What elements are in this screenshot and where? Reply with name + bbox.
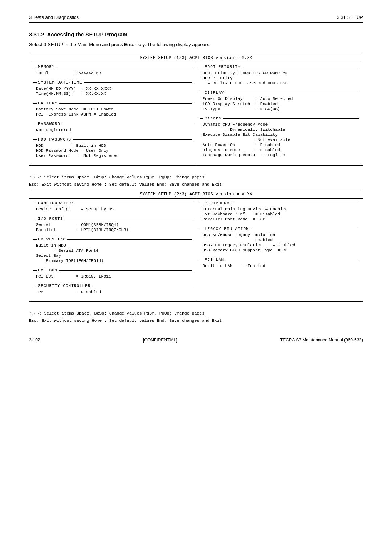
bios-line: HDD Priority (203, 76, 356, 80)
bios-line: = Not Available (203, 137, 356, 142)
bios-section-label: SECURITY CONTROLLER (38, 284, 90, 288)
bios-section: CONFIGURATIONDevice Config. = Setup by O… (33, 201, 192, 213)
bios-section-label: MEMORY (38, 65, 55, 69)
bios-section-header: LEGACY EMULATION (200, 227, 359, 231)
bios-line: Built-in LAN = Enabled (203, 263, 356, 268)
bios-line: Not Registered (36, 127, 189, 132)
bios-section: BOOT PRIORITYBoot Priority = HDD→FDD→CD-… (200, 65, 359, 87)
bios-section-header: HDD PASSWORD (33, 137, 192, 142)
bios-line: Auto Power On = Disabled (203, 142, 356, 147)
bios-section-label: PCI BUS (38, 268, 57, 272)
bios-line: = Dynamically Switchable (203, 127, 356, 132)
bios-line: Time(HH:MM:SS) = XX:XX:XX (36, 91, 189, 96)
bios-section-header: BATTERY (33, 101, 192, 105)
nav-hint-1: ↑↓←→: Select items Space, BkSp: Change v… (29, 171, 363, 190)
bios-line: = Primary IDE(1F0H/IRG14) (36, 258, 189, 263)
bios-section-body: Serial = COM1(3F8H/IRQ4)Parallel = LPT1(… (33, 221, 192, 234)
bios-screen-2-left: CONFIGURATIONDevice Config. = Setup by O… (29, 199, 196, 301)
bios-section-header: CONFIGURATION (33, 201, 192, 205)
bios-screen-2-right: PERIPHERALInternal Pointing Device = Ena… (196, 199, 363, 301)
bios-screen-1-left: MEMORYTotal = XXXXXX MBSYSTEM DATE/TIMED… (29, 62, 196, 165)
bios-section-label: PCI LAN (205, 258, 224, 262)
bios-line: TPM = Disabled (36, 289, 189, 294)
bios-section-header: MEMORY (33, 65, 192, 69)
bios-line: USB-FDD Legacy Emulation = Enabled (203, 243, 356, 247)
nav-hint-2: ↑↓←→: Select items Space, BkSp: Change v… (29, 308, 363, 326)
bios-screen-2-title: SYSTEM SETUP (2/3) ACPI BIOS version = X… (29, 190, 363, 199)
bios-line: User Password = Not Registered (36, 153, 189, 158)
bios-section-header: SECURITY CONTROLLER (33, 284, 192, 288)
bios-section: PCI BUSPCI BUS = IRQ10, IRQ11 (33, 268, 192, 280)
bios-section-body: USB KB/Mouse Legacy Emulation = EnabledU… (200, 231, 359, 254)
bios-line: PCI BUS = IRQ10, IRQ11 (36, 274, 189, 279)
bios-section: BATTERYBattery Save Mode = Full PowerPCI… (33, 101, 192, 118)
bios-section-body: Built-in HDD = Serial ATA Port0Select Ba… (33, 242, 192, 264)
section-title: 3.31.2 Accessing the SETUP Program (29, 31, 363, 37)
bios-section-body: Internal Pointing Device = EnabledExt Ke… (200, 205, 359, 223)
bios-section: MEMORYTotal = XXXXXX MB (33, 65, 192, 77)
bios-line: Ext Keyboard “Fn” = Disabled (203, 212, 356, 216)
bios-section-label: CONFIGURATION (38, 201, 74, 205)
bios-line: Parallel Port Mode = ECP (203, 217, 356, 222)
bios-screen-1: SYSTEM SETUP (1/3) ACPI BIOS version = X… (29, 54, 363, 166)
bios-section: SYSTEM DATE/TIMEDate(MM-DD-YYYY) = XX-XX… (33, 80, 192, 97)
bios-section: LEGACY EMULATIONUSB KB/Mouse Legacy Emul… (200, 227, 359, 254)
bios-section-header: DISPLAY (200, 90, 359, 95)
footer-right: TECRA S3 Maintenance Manual (960-532) (280, 337, 363, 343)
bios-section-label: PERIPHERAL (205, 201, 232, 205)
bios-section-label: BATTERY (38, 101, 57, 105)
bios-line: Date(MM-DD-YYYY) = XX-XX-XXXX (36, 86, 189, 91)
footer-center: [CONFIDENTIAL] (143, 337, 177, 343)
bios-line: Parallel = LPT1(378H/IRQ7/CH3) (36, 227, 189, 232)
bios-section-label: HDD PASSWORD (38, 137, 71, 142)
bios-line: LCD Display Stretch = Enabled (203, 101, 356, 106)
bios-section-header: Others (200, 116, 359, 121)
bios-section-body: Built-in LAN = Enabled (200, 262, 359, 270)
bios-line: USB KB/Mouse Legacy Emulation (203, 232, 356, 237)
bios-line: Total = XXXXXX MB (36, 70, 189, 75)
bios-section-header: I/O PORTS (33, 216, 192, 221)
bios-section-label: LEGACY EMULATION (205, 227, 249, 231)
bios-screen-2-content: CONFIGURATIONDevice Config. = Setup by O… (29, 199, 363, 301)
bios-line: Serial = COM1(3F8H/IRQ4) (36, 222, 189, 227)
bios-section-label: PASSWORD (38, 122, 60, 126)
bios-screen-1-right: BOOT PRIORITYBoot Priority = HDD→FDD→CD-… (196, 62, 363, 165)
bios-section-body: Power On Display = Auto-SelectedLCD Disp… (200, 95, 359, 113)
bios-line: = Enabled (203, 238, 356, 242)
bios-section: DISPLAYPower On Display = Auto-SelectedL… (200, 90, 359, 113)
bios-section: PASSWORDNot Registered (33, 122, 192, 134)
bios-section-label: I/O PORTS (38, 216, 63, 221)
bios-section-header: PCI LAN (200, 258, 359, 262)
bios-section-body: Total = XXXXXX MB (33, 69, 192, 77)
bios-section: HDD PASSWORDHDD = Built-in HDDHDD Passwo… (33, 137, 192, 159)
bios-section-label: Others (205, 116, 221, 121)
bios-section-body: HDD = Built-in HDDHDD Password Mode = Us… (33, 142, 192, 159)
bios-line: USB Memory BIOS Support Type =HDD (203, 248, 356, 252)
bios-line: HDD = Built-in HDD (36, 143, 189, 148)
bios-line: PCI Express Link ASPM = Enabled (36, 112, 189, 117)
bios-section-body: Boot Priority = HDD→FDD→CD-ROM→LANHDD Pr… (200, 69, 359, 87)
bios-section: PERIPHERALInternal Pointing Device = Ena… (200, 201, 359, 223)
bios-section-header: BOOT PRIORITY (200, 65, 359, 69)
footer-left: 3-102 (29, 337, 40, 343)
bios-screen-1-title: SYSTEM SETUP (1/3) ACPI BIOS version = X… (29, 54, 363, 62)
bios-section-body: Dynamic CPU Frequency Mode = Dynamically… (200, 121, 359, 159)
bios-section-header: PASSWORD (33, 122, 192, 126)
intro-paragraph: Select 0-SETUP in the Main Menu and pres… (29, 42, 363, 47)
bios-section-label: BOOT PRIORITY (205, 65, 241, 69)
bios-section: DRIVES I/OBuilt-in HDD = Serial ATA Port… (33, 237, 192, 264)
bios-section-header: DRIVES I/O (33, 237, 192, 242)
page-header: 3 Tests and Diagnostics 3.31 SETUP (29, 15, 363, 23)
bios-line: Language During Bootup = English (203, 153, 356, 157)
bios-line: Internal Pointing Device = Enabled (203, 207, 356, 211)
bios-section-body: TPM = Disabled (33, 288, 192, 296)
bios-line: Device Config. = Setup by OS (36, 207, 189, 211)
bios-section-label: DISPLAY (205, 90, 224, 95)
bios-section-body: PCI BUS = IRQ10, IRQ11 (33, 272, 192, 280)
bios-section: PCI LANBuilt-in LAN = Enabled (200, 258, 359, 270)
bios-line: HDD Password Mode = User Only (36, 148, 189, 153)
header-right: 3.31 SETUP (337, 15, 363, 20)
bios-section-header: PERIPHERAL (200, 201, 359, 205)
bios-line: = Serial ATA Port0 (36, 248, 189, 253)
bios-line: Built-in HDD (36, 243, 189, 248)
